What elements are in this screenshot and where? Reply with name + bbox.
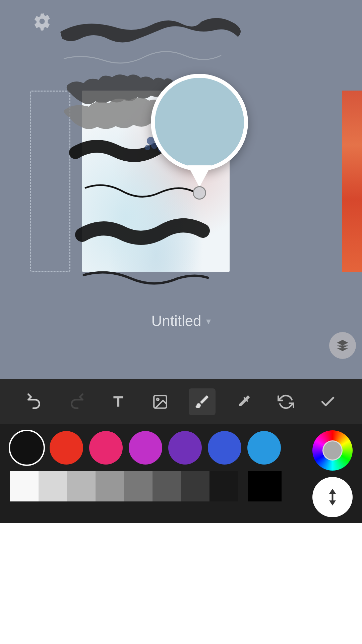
- color-swatch-purple[interactable]: [129, 431, 162, 465]
- svg-point-8: [157, 398, 159, 400]
- black-color-swatch[interactable]: [248, 471, 282, 501]
- redo-button[interactable]: [63, 388, 90, 415]
- brush-size-button[interactable]: [312, 477, 353, 517]
- grey-swatch-6[interactable]: [181, 471, 209, 501]
- color-swatch-violet[interactable]: [168, 431, 202, 465]
- confirm-button[interactable]: [314, 388, 341, 415]
- color-swatch-sky-blue[interactable]: [247, 431, 281, 465]
- undo-button[interactable]: [21, 388, 48, 415]
- rotate-button[interactable]: [273, 388, 299, 415]
- layer-dropdown-chevron: ▾: [206, 316, 211, 327]
- color-swatch-hot-pink[interactable]: [89, 431, 123, 465]
- eyedropper-button[interactable]: [231, 388, 257, 415]
- image-button[interactable]: [147, 388, 174, 415]
- color-swatch-row: [10, 431, 281, 465]
- grey-swatch-3[interactable]: [96, 471, 124, 501]
- canvas-area[interactable]: Untitled ▾: [0, 0, 362, 379]
- color-picker-preview[interactable]: [151, 74, 248, 171]
- grey-swatch-7[interactable]: [209, 471, 238, 501]
- toolbar: [0, 379, 362, 424]
- grey-row-container: [10, 471, 282, 501]
- settings-button[interactable]: [30, 9, 54, 33]
- layer-name-text: Untitled: [151, 313, 201, 329]
- color-swatch-blue[interactable]: [208, 431, 241, 465]
- layers-button[interactable]: [329, 332, 356, 359]
- text-button[interactable]: [105, 388, 132, 415]
- grey-swatch-1[interactable]: [39, 471, 67, 501]
- eyedropper-indicator: [193, 186, 206, 200]
- palette-area: [0, 424, 362, 523]
- color-swatch-red[interactable]: [50, 431, 83, 465]
- grey-swatch-row: [10, 471, 238, 501]
- brush-button[interactable]: [189, 388, 216, 415]
- grey-swatch-5[interactable]: [153, 471, 181, 501]
- selection-box: [30, 91, 70, 272]
- grey-swatch-4[interactable]: [124, 471, 153, 501]
- grey-swatch-2[interactable]: [67, 471, 96, 501]
- side-image-strip: [342, 91, 362, 272]
- color-wheel-button[interactable]: [312, 430, 353, 471]
- grey-swatch-0[interactable]: [10, 471, 39, 501]
- layer-name-label[interactable]: Untitled ▾: [151, 313, 210, 329]
- color-wheel-inner: [322, 440, 343, 461]
- color-swatch-black[interactable]: [10, 431, 44, 465]
